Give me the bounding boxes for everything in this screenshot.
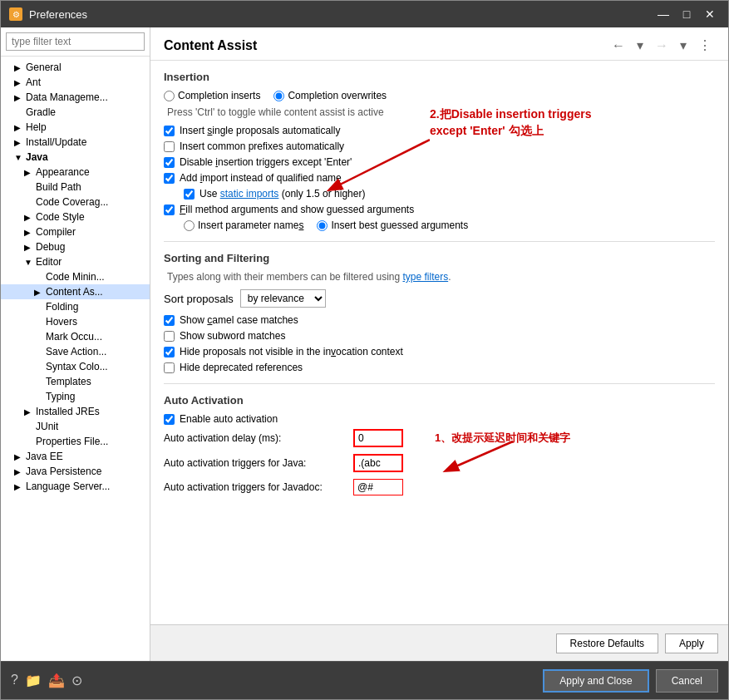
sidebar-item-code-mining[interactable]: Code Minin... [1, 269, 150, 284]
sidebar-item-junit[interactable]: JUnit [1, 419, 150, 434]
sort-row: Sort proposals by relevance alphabetical… [164, 289, 715, 308]
subword-label: Show subword matches [180, 330, 285, 342]
common-prefixes-label: Insert common prefixes automatically [180, 140, 344, 152]
menu-button[interactable]: ⋮ [695, 36, 715, 55]
sidebar-item-appearance[interactable]: ▶Appearance [1, 165, 150, 180]
static-imports-link[interactable]: static imports [220, 188, 279, 200]
content-panel: Content Assist ← ▾ → ▾ ⋮ Insertion C [150, 27, 728, 661]
completion-overwrites-radio[interactable]: Completion overwrites [273, 90, 387, 101]
java-triggers-row: Auto activation triggers for Java: [164, 454, 715, 472]
sidebar-item-typing[interactable]: Typing [1, 389, 150, 404]
sidebar-item-mark-occurrences[interactable]: Mark Occu... [1, 329, 150, 344]
maximize-button[interactable]: □ [677, 4, 697, 24]
add-import-row: Add import instead of qualified name [164, 172, 715, 184]
sidebar-item-java-ee[interactable]: ▶Java EE [1, 449, 150, 464]
fill-method-checkbox[interactable] [164, 205, 175, 215]
sidebar-tree: ▶General ▶Ant ▶Data Manageme... Gradle ▶… [1, 57, 150, 661]
forward-dropdown-button[interactable]: ▾ [677, 36, 690, 55]
help-icon[interactable]: ? [11, 673, 18, 688]
subword-checkbox[interactable] [164, 331, 175, 342]
camel-case-checkbox[interactable] [164, 315, 175, 326]
add-import-checkbox[interactable] [164, 173, 175, 184]
sidebar-item-syntax-coloring[interactable]: Syntax Colo... [1, 359, 150, 374]
sidebar-item-templates[interactable]: Templates [1, 374, 150, 389]
sidebar-item-save-actions[interactable]: Save Action... [1, 344, 150, 359]
footer-right: Apply and Close Cancel [543, 669, 718, 693]
minimize-button[interactable]: — [653, 4, 673, 24]
sidebar-item-help[interactable]: ▶Help [1, 120, 150, 135]
folder-icon[interactable]: 📁 [25, 673, 42, 688]
hide-deprecated-checkbox[interactable] [164, 362, 175, 373]
sidebar-item-folding[interactable]: Folding [1, 299, 150, 314]
sidebar-item-java[interactable]: ▼Java [1, 150, 150, 165]
window-controls: — □ ✕ [653, 4, 720, 24]
sidebar-item-content-assist[interactable]: ▶Content As... [1, 284, 150, 299]
sorting-desc: Types along with their members can be fi… [164, 271, 715, 283]
apply-button[interactable]: Apply [665, 633, 718, 653]
search-input[interactable] [6, 32, 145, 51]
sort-proposals-select[interactable]: by relevance alphabetically [240, 289, 326, 308]
apply-close-button[interactable]: Apply and Close [543, 669, 648, 693]
restore-defaults-button[interactable]: Restore Defaults [556, 633, 658, 653]
sidebar-item-debug[interactable]: ▶Debug [1, 239, 150, 254]
best-guessed-radio[interactable]: Insert best guessed arguments [317, 219, 468, 231]
javadoc-triggers-input[interactable] [353, 479, 403, 495]
hide-not-visible-checkbox[interactable] [164, 347, 175, 357]
sidebar-item-gradle[interactable]: Gradle [1, 105, 150, 120]
param-names-label: Insert parameter names [198, 219, 303, 231]
enable-auto-activation-label: Enable auto activation [180, 413, 278, 425]
content-header: Content Assist ← ▾ → ▾ ⋮ [150, 27, 728, 61]
enable-auto-activation-checkbox[interactable] [164, 414, 175, 425]
camel-case-label: Show camel case matches [180, 314, 298, 326]
sidebar-item-properties-file[interactable]: Properties File... [1, 434, 150, 449]
common-prefixes-checkbox[interactable] [164, 141, 175, 152]
hide-not-visible-row: Hide proposals not visible in the invoca… [164, 346, 715, 357]
sidebar-item-language-server[interactable]: ▶Language Server... [1, 479, 150, 494]
footer-left: ? 📁 📤 ⊙ [11, 673, 82, 688]
sidebar-item-general[interactable]: ▶General [1, 60, 150, 75]
sidebar-item-install-update[interactable]: ▶Install/Update [1, 135, 150, 150]
static-imports-checkbox[interactable] [184, 189, 195, 200]
back-button[interactable]: ← [608, 37, 628, 55]
camel-case-row: Show camel case matches [164, 314, 715, 326]
close-button[interactable]: ✕ [700, 4, 720, 24]
sidebar-item-code-coverage[interactable]: Code Coverag... [1, 195, 150, 210]
arrow-icon: ▶ [24, 228, 34, 237]
completion-inserts-radio[interactable]: Completion inserts [164, 90, 260, 101]
forward-button[interactable]: → [652, 37, 672, 55]
sidebar-item-code-style[interactable]: ▶Code Style [1, 210, 150, 224]
sidebar-item-hovers[interactable]: Hovers [1, 314, 150, 329]
sort-proposals-label: Sort proposals [164, 293, 234, 305]
enable-auto-activation-row: Enable auto activation [164, 413, 715, 425]
preferences-window: ⚙ Preferences — □ ✕ ▶General ▶Ant ▶Data … [0, 0, 729, 700]
export-icon[interactable]: 📤 [48, 673, 65, 688]
cancel-button[interactable]: Cancel [656, 669, 718, 693]
java-triggers-label: Auto activation triggers for Java: [164, 457, 347, 469]
arrow-icon: ▶ [14, 138, 24, 147]
auto-activation-title: Auto Activation [164, 394, 715, 407]
sidebar-item-installed-jres[interactable]: ▶Installed JREs [1, 404, 150, 419]
type-filters-link[interactable]: type filters [402, 271, 448, 283]
sidebar-item-build-path[interactable]: Build Path [1, 180, 150, 195]
sidebar-item-data-management[interactable]: ▶Data Manageme... [1, 90, 150, 105]
sidebar-item-compiler[interactable]: ▶Compiler [1, 224, 150, 239]
sidebar-item-java-persistence[interactable]: ▶Java Persistence [1, 464, 150, 479]
sidebar-item-editor[interactable]: ▼Editor [1, 254, 150, 269]
sidebar-item-ant[interactable]: ▶Ant [1, 75, 150, 90]
subword-row: Show subword matches [164, 330, 715, 342]
java-triggers-input[interactable] [353, 454, 403, 472]
settings-icon[interactable]: ⊙ [71, 673, 82, 688]
back-dropdown-button[interactable]: ▾ [633, 36, 647, 55]
annotation-2: 2.把Disable insertion triggersexcept 'Ent… [430, 106, 613, 139]
delay-input[interactable] [353, 429, 403, 447]
auto-activation-section: Auto Activation Enable auto activation A… [164, 394, 715, 495]
single-proposals-checkbox[interactable] [164, 126, 175, 136]
sorting-title: Sorting and Filtering [164, 252, 715, 264]
param-names-radio[interactable]: Insert parameter names [184, 219, 303, 231]
disable-triggers-checkbox[interactable] [164, 157, 175, 168]
arrow-icon: ▶ [14, 78, 24, 87]
insertion-title: Insertion [164, 71, 715, 83]
hide-deprecated-label: Hide deprecated references [180, 362, 303, 373]
javadoc-triggers-row: Auto activation triggers for Javadoc: [164, 479, 715, 495]
arrow-icon: ▶ [24, 213, 34, 222]
